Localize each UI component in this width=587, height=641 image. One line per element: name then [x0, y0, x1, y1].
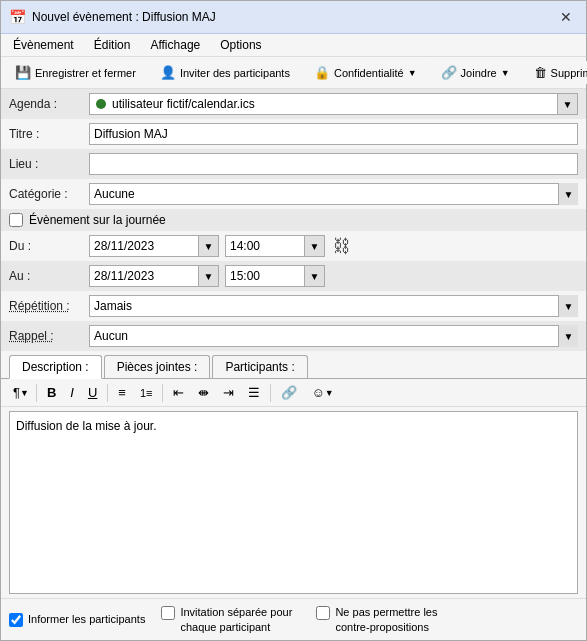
link-icon: 🔗	[281, 385, 297, 400]
confidentiality-arrow: ▼	[408, 68, 417, 78]
menu-affichage[interactable]: Affichage	[142, 36, 208, 54]
titre-row: Titre :	[1, 119, 586, 149]
no-counter-proposals-label: Ne pas permettre les contre-propositions	[335, 605, 455, 634]
au-time-arrow[interactable]: ▼	[305, 265, 325, 287]
confidentiality-button[interactable]: 🔒 Confidentialité ▼	[306, 61, 425, 84]
au-time-container: ▼	[225, 265, 325, 287]
lieu-input[interactable]	[89, 153, 578, 175]
checkbox-separate-invitation: Invitation séparée pour chaque participa…	[161, 605, 300, 634]
tab-description[interactable]: Description :	[9, 355, 102, 379]
bold-icon: B	[47, 385, 56, 400]
underline-btn[interactable]: U	[82, 382, 103, 403]
align-justify-icon: ☰	[248, 385, 260, 400]
editor-sep-4	[270, 384, 271, 402]
title-bar: 📅 Nouvel évènement : Diffusion MAJ ✕	[1, 1, 586, 34]
du-time-container: ▼	[225, 235, 325, 257]
bold-btn[interactable]: B	[41, 382, 62, 403]
italic-btn[interactable]: I	[64, 382, 80, 403]
event-window: 📅 Nouvel évènement : Diffusion MAJ ✕ Évè…	[0, 0, 587, 641]
rappel-label[interactable]: Rappel :	[9, 329, 89, 343]
du-date-container: ▼	[89, 235, 219, 257]
rappel-row: Rappel : Aucun ▼	[1, 321, 586, 351]
title-bar-left: 📅 Nouvel évènement : Diffusion MAJ	[9, 9, 216, 25]
repetition-label[interactable]: Répétition :	[9, 299, 89, 313]
link-btn[interactable]: 🔗	[275, 382, 303, 403]
list-unordered-icon: ≡	[118, 385, 126, 400]
rappel-select[interactable]: Aucun	[89, 325, 578, 347]
delete-button[interactable]: 🗑 Supprimer	[526, 61, 587, 84]
all-day-checkbox[interactable]	[9, 213, 23, 227]
join-button[interactable]: 🔗 Joindre ▼	[433, 61, 518, 84]
au-time-input[interactable]	[225, 265, 305, 287]
no-counter-proposals-checkbox[interactable]	[316, 606, 330, 620]
lock-icon: 🔒	[314, 65, 330, 80]
list-ordered-btn[interactable]: 1≡	[134, 384, 159, 402]
menu-bar: Évènement Édition Affichage Options	[1, 34, 586, 57]
repetition-row: Répétition : Jamais ▼	[1, 291, 586, 321]
au-date-arrow[interactable]: ▼	[199, 265, 219, 287]
all-day-row: Évènement sur la journée	[1, 209, 586, 231]
menu-options[interactable]: Options	[212, 36, 269, 54]
save-icon: 💾	[15, 65, 31, 80]
au-date-input[interactable]	[89, 265, 199, 287]
editor-content: Diffusion de la mise à jour.	[16, 418, 571, 435]
inform-participants-checkbox[interactable]	[9, 613, 23, 627]
align-right-btn[interactable]: ⇥	[217, 382, 240, 403]
agenda-dot	[96, 99, 106, 109]
lieu-label: Lieu :	[9, 157, 89, 171]
menu-edition[interactable]: Édition	[86, 36, 139, 54]
bottom-bar: Informer les participants Invitation sép…	[1, 598, 586, 640]
agenda-value: utilisateur fictif/calendar.ics	[112, 97, 557, 111]
editor-toolbar: ¶ ▼ B I U ≡ 1≡ ⇤	[1, 379, 586, 407]
underline-icon: U	[88, 385, 97, 400]
du-date-input[interactable]	[89, 235, 199, 257]
paragraph-btn[interactable]: ¶ ▼	[7, 382, 32, 403]
editor-area[interactable]: Diffusion de la mise à jour.	[9, 411, 578, 594]
align-center-btn[interactable]: ⇼	[192, 382, 215, 403]
align-left-btn[interactable]: ⇤	[167, 382, 190, 403]
categorie-select[interactable]: Aucune	[89, 183, 578, 205]
au-date-container: ▼	[89, 265, 219, 287]
separate-invitation-checkbox[interactable]	[161, 606, 175, 620]
emoji-btn[interactable]: ☺ ▼	[305, 382, 336, 403]
tab-participants[interactable]: Participants :	[212, 355, 307, 378]
checkbox-inform-participants: Informer les participants	[9, 612, 145, 627]
align-right-icon: ⇥	[223, 385, 234, 400]
list-unordered-btn[interactable]: ≡	[112, 382, 132, 403]
agenda-select[interactable]: utilisateur fictif/calendar.ics ▼	[89, 93, 578, 115]
menu-evenement[interactable]: Évènement	[5, 36, 82, 54]
invite-button[interactable]: 👤 Inviter des participants	[152, 61, 298, 84]
separate-invitation-label: Invitation séparée pour chaque participa…	[180, 605, 300, 634]
titre-label: Titre :	[9, 127, 89, 141]
agenda-label: Agenda :	[9, 97, 89, 111]
emoji-arrow: ▼	[325, 388, 334, 398]
window-icon: 📅	[9, 9, 26, 25]
align-justify-btn[interactable]: ☰	[242, 382, 266, 403]
invite-label: Inviter des participants	[180, 67, 290, 79]
join-arrow: ▼	[501, 68, 510, 78]
du-row: Du : ▼ ▼ ⛓	[1, 231, 586, 261]
emoji-icon: ☺	[311, 385, 324, 400]
italic-icon: I	[70, 385, 74, 400]
du-time-input[interactable]	[225, 235, 305, 257]
titre-input[interactable]	[89, 123, 578, 145]
all-day-label: Évènement sur la journée	[29, 213, 166, 227]
trash-icon: 🗑	[534, 65, 547, 80]
close-button[interactable]: ✕	[554, 7, 578, 27]
agenda-arrow[interactable]: ▼	[557, 94, 577, 114]
repetition-select-container: Jamais ▼	[89, 295, 578, 317]
paragraph-arrow: ▼	[20, 388, 29, 398]
categorie-label: Catégorie :	[9, 187, 89, 201]
editor-sep-2	[107, 384, 108, 402]
du-date-arrow[interactable]: ▼	[199, 235, 219, 257]
join-icon: 🔗	[441, 65, 457, 80]
save-close-button[interactable]: 💾 Enregistrer et fermer	[7, 61, 144, 84]
tab-pieces[interactable]: Pièces jointes :	[104, 355, 211, 378]
repetition-select[interactable]: Jamais	[89, 295, 578, 317]
inform-participants-label: Informer les participants	[28, 612, 145, 626]
du-time-arrow[interactable]: ▼	[305, 235, 325, 257]
du-label: Du :	[9, 239, 89, 253]
align-left-icon: ⇤	[173, 385, 184, 400]
join-label: Joindre	[461, 67, 497, 79]
agenda-row: Agenda : utilisateur fictif/calendar.ics…	[1, 89, 586, 119]
